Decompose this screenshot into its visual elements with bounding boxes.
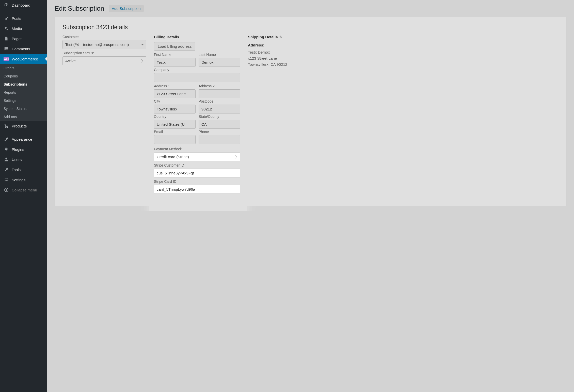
sidebar-sub-coupons[interactable]: Coupons	[0, 72, 47, 80]
first-name-input[interactable]	[154, 58, 196, 67]
sidebar-label: Media	[12, 26, 22, 31]
first-name-label: First Name	[154, 53, 196, 57]
sidebar-label: Tools	[12, 168, 21, 172]
sidebar-item-media[interactable]: Media	[0, 23, 47, 34]
sliders-icon	[4, 177, 9, 182]
panel-title: Subscription 3423 details	[62, 24, 559, 31]
gauge-icon	[4, 3, 9, 8]
last-name-label: Last Name	[199, 53, 240, 57]
company-input[interactable]	[154, 73, 240, 82]
sidebar-label: Appearance	[12, 137, 32, 141]
sidebar-label: Pages	[12, 37, 23, 41]
sidebar-sub-addons[interactable]: Add-ons	[0, 113, 47, 121]
comment-icon	[4, 46, 9, 51]
postcode-input[interactable]	[199, 105, 240, 113]
state-input[interactable]	[199, 120, 240, 129]
sidebar-collapse-menu[interactable]: Collapse menu	[0, 185, 47, 195]
sidebar-label: Users	[12, 157, 22, 162]
sidebar-label: Posts	[12, 16, 21, 21]
page-header: Edit Subscription Add Subscription	[55, 5, 566, 12]
svg-point-4	[5, 188, 8, 192]
address-label: Address:	[248, 42, 559, 48]
email-input[interactable]	[154, 135, 196, 144]
phone-input[interactable]	[199, 135, 240, 144]
phone-label: Phone	[199, 130, 240, 134]
svg-point-0	[5, 27, 7, 29]
country-select[interactable]: United States (U	[154, 120, 196, 129]
address2-label: Address 2	[199, 84, 240, 88]
state-label: State/County	[199, 115, 240, 119]
page-title: Edit Subscription	[55, 5, 104, 12]
sidebar-label: WooCommerce	[12, 57, 38, 61]
sidebar-item-woocommerce[interactable]: Woo WooCommerce	[0, 54, 47, 64]
company-label: Company	[154, 68, 240, 72]
sidebar-item-plugins[interactable]: Plugins	[0, 144, 47, 154]
billing-heading: Billing Details	[154, 35, 240, 39]
svg-point-3	[5, 158, 7, 159]
shipping-line1: Testx Demox	[248, 49, 559, 55]
load-billing-button[interactable]: Load billing address	[154, 42, 195, 51]
collapse-icon	[4, 187, 9, 192]
sidebar-item-dashboard[interactable]: Dashboard	[0, 0, 47, 10]
main-content: Edit Subscription Add Subscription Subsc…	[47, 0, 574, 211]
sidebar-sub-subscriptions[interactable]: Subscriptions	[0, 80, 47, 88]
woocommerce-icon: Woo	[4, 56, 9, 61]
svg-point-2	[7, 127, 8, 128]
shipping-address-block: Address: Testx Demox x123 Street Lane To…	[248, 42, 559, 68]
status-label: Subscription Status:	[62, 51, 146, 55]
stripe-cust-id-label: Stripe Customer ID	[154, 163, 240, 167]
payment-section: Payment Method: Credit card (Stripe) Str…	[154, 145, 240, 194]
sidebar-item-pages[interactable]: Pages	[0, 34, 47, 44]
city-input[interactable]	[154, 105, 196, 113]
sidebar-label: Products	[12, 124, 27, 128]
address1-input[interactable]	[154, 89, 196, 98]
sidebar-sub-settings[interactable]: Settings	[0, 96, 47, 105]
sidebar-sub-system-status[interactable]: System Status	[0, 105, 47, 113]
payment-method-select[interactable]: Credit card (Stripe)	[154, 152, 240, 161]
customer-label: Customer:	[62, 35, 146, 39]
add-subscription-button[interactable]: Add Subscription	[109, 5, 144, 12]
sidebar-sub-orders[interactable]: Orders	[0, 64, 47, 72]
wrench-icon	[4, 167, 9, 172]
shipping-line3: Townsvillerx, CA 90212	[248, 61, 559, 68]
cart-icon	[4, 123, 9, 128]
pin-icon	[4, 16, 9, 21]
sidebar-sub-reports[interactable]: Reports	[0, 88, 47, 96]
sidebar-item-users[interactable]: Users	[0, 154, 47, 165]
media-icon	[4, 26, 9, 31]
sidebar-item-appearance[interactable]: Appearance	[0, 134, 47, 144]
sidebar-label: Settings	[12, 178, 25, 182]
sidebar-item-comments[interactable]: Comments	[0, 44, 47, 54]
status-select[interactable]: Active	[62, 56, 146, 65]
sidebar-item-posts[interactable]: Posts	[0, 13, 47, 23]
address1-label: Address 1	[154, 84, 196, 88]
brush-icon	[4, 137, 9, 142]
page-icon	[4, 36, 9, 41]
svg-point-1	[6, 127, 6, 128]
stripe-cust-id-input[interactable]	[154, 169, 240, 177]
sidebar-label: Dashboard	[12, 3, 30, 7]
customer-select[interactable]: Test (#4 – testdemo@prospress.com)	[62, 40, 146, 49]
sidebar-label: Plugins	[12, 147, 24, 152]
sidebar-item-products[interactable]: Products	[0, 121, 47, 131]
sidebar-label: Comments	[12, 47, 30, 51]
last-name-input[interactable]	[199, 58, 240, 67]
subscription-panel: Subscription 3423 details Customer: Test…	[55, 17, 566, 206]
sidebar-item-settings[interactable]: Settings	[0, 175, 47, 185]
col-shipping: Shipping Details ✎ Address: Testx Demox …	[248, 35, 559, 68]
user-icon	[4, 157, 9, 162]
shipping-line2: x123 Street Lane	[248, 55, 559, 61]
postcode-label: Postcode	[199, 99, 240, 103]
plug-icon	[4, 147, 9, 152]
stripe-card-id-input[interactable]	[154, 185, 240, 194]
country-label: Country	[154, 115, 196, 119]
city-label: City	[154, 99, 196, 103]
sidebar-item-tools[interactable]: Tools	[0, 165, 47, 175]
col-customer: Customer: Test (#4 – testdemo@prospress.…	[62, 35, 146, 67]
address2-input[interactable]	[199, 89, 240, 98]
email-label: Email	[154, 130, 196, 134]
col-billing: Billing Details Load billing address Fir…	[154, 35, 240, 196]
stripe-card-id-label: Stripe Card ID	[154, 179, 240, 184]
pencil-icon[interactable]: ✎	[279, 35, 282, 39]
sidebar-label: Collapse menu	[12, 188, 37, 192]
